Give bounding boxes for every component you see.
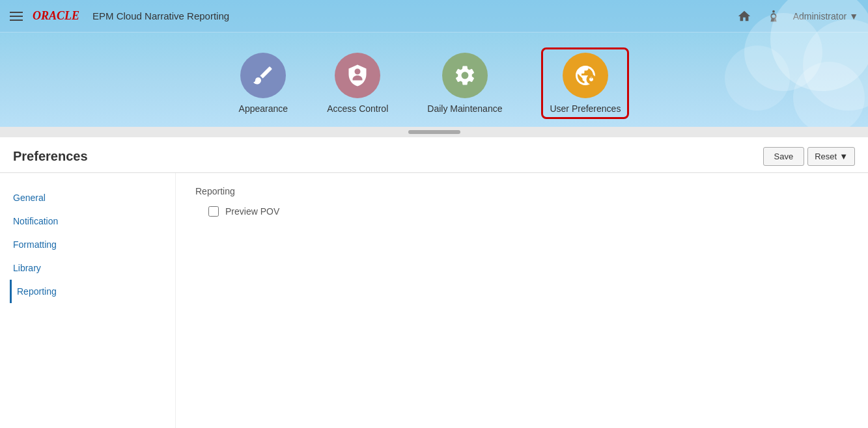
sidebar: General Notification Formatting Library …	[0, 173, 176, 428]
page-title: Preferences	[13, 149, 88, 164]
action-buttons: Save Reset ▼	[763, 147, 855, 166]
appearance-icon-circle	[240, 53, 286, 98]
section-title: Reporting	[195, 186, 848, 196]
admin-menu[interactable]: Administrator ▼	[793, 11, 858, 21]
nav-item-daily-maintenance[interactable]: Daily Maintenance	[427, 53, 502, 114]
daily-maintenance-label: Daily Maintenance	[427, 103, 502, 114]
home-icon[interactable]	[735, 7, 754, 26]
sidebar-item-notification[interactable]: Notification	[10, 209, 165, 233]
reset-button[interactable]: Reset ▼	[807, 147, 855, 166]
nav-item-access-control[interactable]: Access Control	[327, 53, 388, 114]
sidebar-item-reporting[interactable]: Reporting	[10, 280, 165, 303]
accessibility-icon[interactable]	[764, 7, 783, 26]
appearance-label: Appearance	[239, 103, 288, 114]
preview-pov-checkbox[interactable]	[208, 206, 219, 217]
dropdown-arrow-icon: ▼	[839, 152, 848, 161]
sidebar-item-general[interactable]: General	[10, 186, 165, 209]
nav-item-appearance[interactable]: Appearance	[239, 53, 288, 114]
svg-point-5	[772, 10, 775, 12]
preview-pov-label: Preview POV	[225, 206, 279, 217]
user-preferences-icon-circle	[563, 53, 608, 98]
main-panel: Reporting Preview POV	[176, 173, 868, 428]
access-control-icon-circle	[335, 53, 380, 98]
save-button[interactable]: Save	[763, 147, 805, 166]
user-preferences-label: User Preferences	[550, 103, 621, 114]
hamburger-menu[interactable]	[10, 12, 23, 21]
sidebar-item-library[interactable]: Library	[10, 256, 165, 280]
app-title: EPM Cloud Narrative Reporting	[92, 10, 735, 21]
access-control-label: Access Control	[327, 103, 388, 114]
nav-item-user-preferences[interactable]: User Preferences	[541, 47, 629, 119]
daily-maintenance-icon-circle	[442, 53, 488, 98]
dropdown-arrow-icon: ▼	[849, 11, 858, 21]
sidebar-item-formatting[interactable]: Formatting	[10, 233, 165, 256]
scroll-indicator	[0, 127, 868, 137]
oracle-logo: ORACLE	[33, 9, 79, 23]
